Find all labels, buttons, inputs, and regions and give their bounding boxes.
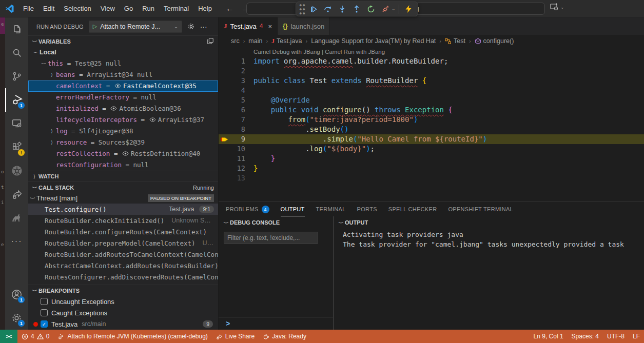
start-debug-icon[interactable]: ▷ xyxy=(93,23,97,30)
editor-gutter[interactable]: 7 xyxy=(219,115,245,125)
breakpoint-row[interactable]: ✓Test.javasrc/main9 xyxy=(28,318,218,330)
variable-row[interactable]: restConfiguration = null xyxy=(28,159,218,171)
tab-launch-json[interactable]: {}launch.json xyxy=(278,17,330,35)
panel-tab-openshift-terminal[interactable]: OPENSHIFT TERMINAL xyxy=(448,202,513,216)
activity-explorer[interactable] xyxy=(5,17,28,41)
step-out-button[interactable] xyxy=(350,3,363,15)
breadcrumb-item[interactable]: JTest.java xyxy=(271,37,302,45)
breakpoint-checkbox[interactable] xyxy=(41,309,48,316)
code-line[interactable]: 1import org.apache.camel.builder.RouteBu… xyxy=(219,56,644,66)
disconnect-button[interactable] xyxy=(379,3,392,15)
call-stack-section-header[interactable]: ⟩ CALL STACK Running xyxy=(28,181,218,193)
activity-camel[interactable] xyxy=(5,206,28,230)
restart-button[interactable] xyxy=(365,3,377,15)
activity-search[interactable] xyxy=(5,41,28,65)
step-over-button[interactable] xyxy=(322,3,334,15)
lazy-eval-eye-icon[interactable] xyxy=(110,105,117,112)
statusbar-debug-session[interactable]: Attach to Remote JVM (Kubernetes) (camel… xyxy=(53,330,211,343)
editor-gutter[interactable]: 9 xyxy=(219,134,245,144)
variable-row[interactable]: ⟩resource = Sources$2@39 xyxy=(28,137,218,148)
activity-remote-explorer[interactable] xyxy=(5,112,28,135)
output-header[interactable]: ⟩ OUTPUT xyxy=(334,216,644,229)
activity-extensions[interactable]: ! xyxy=(5,135,28,159)
code-line[interactable]: 3public class Test extends RouteBuilder … xyxy=(219,76,644,86)
breakpoint-row[interactable]: Uncaught Exceptions xyxy=(28,296,218,307)
panel-tab-spell-checker[interactable]: SPELL CHECKER xyxy=(388,202,437,216)
activity-live-share[interactable] xyxy=(5,183,28,206)
panel-tab-ports[interactable]: PORTS xyxy=(357,202,377,216)
code-line[interactable]: 6 public void configure() throws Excepti… xyxy=(219,105,644,115)
code-line[interactable]: 8 .setBody() xyxy=(219,125,644,134)
screencast-control[interactable]: ⌄ xyxy=(550,3,564,11)
code-line[interactable]: 2 xyxy=(219,66,644,76)
panel-tab-terminal[interactable]: TERMINAL xyxy=(316,202,346,216)
breakpoint-checkbox[interactable]: ✓ xyxy=(41,320,48,328)
lazy-eval-eye-icon[interactable] xyxy=(122,150,129,157)
activity-accounts[interactable]: 1 xyxy=(5,283,28,306)
launch-config-picker[interactable]: ▷ Attach to Remote J... ⌄ xyxy=(89,21,182,33)
variable-row[interactable]: ⟩beans = ArrayList@34 null xyxy=(28,69,218,80)
breakpoints-section-header[interactable]: ⟩ BREAKPOINTS xyxy=(28,285,218,296)
code-line[interactable]: 13 xyxy=(219,173,644,183)
activity-source-control[interactable] xyxy=(5,65,28,88)
breakpoint-checkbox[interactable] xyxy=(41,298,48,305)
editor-gutter[interactable]: 8 xyxy=(219,125,245,134)
statusbar-problems[interactable]: 40 xyxy=(17,330,53,343)
breadcrumb-item[interactable]: src xyxy=(231,37,240,45)
lazy-eval-eye-icon[interactable] xyxy=(149,116,156,123)
menu-file[interactable]: File xyxy=(18,0,38,17)
editor-gutter[interactable]: 6 xyxy=(219,105,245,115)
code-line[interactable]: 12} xyxy=(219,164,644,173)
stack-frame-row[interactable]: RoutesConfigurer.addDiscoveredRoutes(Cam… xyxy=(28,271,218,283)
debug-console-header[interactable]: ⟩ DEBUG CONSOLE xyxy=(219,216,333,229)
variable-row[interactable]: ⟩this = Test@25 null xyxy=(28,58,218,69)
variable-row[interactable]: initialized = AtomicBoolean@36 xyxy=(28,103,218,114)
activity-kubernetes[interactable] xyxy=(5,159,28,183)
code-line[interactable]: 9 .simple("Hello Camel from ${routeId}") xyxy=(219,134,644,144)
editor-gutter[interactable]: 11 xyxy=(219,154,245,164)
editor-gutter[interactable]: 4 xyxy=(219,86,245,95)
close-icon[interactable]: × xyxy=(268,23,272,30)
statusbar-indentation[interactable]: Spaces: 4 xyxy=(568,333,603,340)
breadcrumb[interactable]: src›main›JTest.java›Language Support for… xyxy=(219,35,644,47)
stack-frame-row[interactable]: RouteBuilder.addRoutesToCamelContext(Cam… xyxy=(28,249,218,260)
editor-gutter[interactable]: 2 xyxy=(219,66,245,76)
code-editor[interactable]: Camel Debug with JBang | Camel Run with … xyxy=(219,47,644,201)
activity-settings[interactable]: 1 xyxy=(5,306,28,330)
stack-frame-row[interactable]: AbstractCamelContext.addRoutes(RoutesBui… xyxy=(28,260,218,271)
breadcrumb-item[interactable]: Test xyxy=(445,37,465,45)
codelens-actions[interactable]: Camel Debug with JBang | Camel Run with … xyxy=(219,47,644,56)
nav-back-button[interactable]: ← xyxy=(226,4,234,13)
disconnect-dropdown-chevron-icon[interactable]: ⌄ xyxy=(392,6,396,11)
breakpoint-row[interactable]: Caught Exceptions xyxy=(28,307,218,318)
statusbar-eol[interactable]: LF xyxy=(629,333,644,340)
statusbar-java-status[interactable]: Java: Ready xyxy=(259,330,310,343)
debug-settings-gear-icon[interactable] xyxy=(187,23,195,30)
menu-edit[interactable]: Edit xyxy=(38,0,59,17)
menu-go[interactable]: Go xyxy=(120,0,138,17)
activity-run-and-debug[interactable]: 1 xyxy=(5,88,28,112)
variable-row[interactable]: ⟩log = Slf4jLogger@38 xyxy=(28,126,218,137)
variable-row[interactable]: lifecycleInterceptors = ArrayList@37 xyxy=(28,114,218,126)
step-into-button[interactable] xyxy=(336,3,348,15)
output-log[interactable]: Activating task providers javaThe task p… xyxy=(334,229,644,249)
stack-frame-row[interactable]: Test.configure()Test.java9:1 xyxy=(28,204,218,215)
menu-view[interactable]: View xyxy=(96,0,120,17)
continue-button[interactable] xyxy=(307,3,320,15)
menu-terminal[interactable]: Terminal xyxy=(159,0,193,17)
variable-row[interactable]: camelContext = FastCamelContext@35 xyxy=(28,80,218,92)
breadcrumb-item[interactable]: main xyxy=(248,37,262,45)
variable-scope-row[interactable]: ⟩Local xyxy=(28,47,218,58)
statusbar-cursor-position[interactable]: Ln 9, Col 1 xyxy=(530,333,568,340)
code-line[interactable]: 11 } xyxy=(219,154,644,164)
panel-tab-output[interactable]: OUTPUT xyxy=(281,202,305,216)
lazy-eval-eye-icon[interactable] xyxy=(114,83,121,89)
breadcrumb-item[interactable]: configure() xyxy=(475,37,514,45)
thread-row[interactable]: ⟩ Thread [main] PAUSED ON BREAKPOINT xyxy=(28,193,218,204)
code-line[interactable]: 7 from("timer:java?period=1000") xyxy=(219,115,644,125)
editor-gutter[interactable]: 12 xyxy=(219,164,245,173)
breadcrumb-item[interactable]: Language Support for Java(TM) by Red Hat xyxy=(311,37,436,45)
stack-frame-row[interactable]: RouteBuilder.checkInitialized()Unknown S… xyxy=(28,215,218,226)
debug-console-repl-prompt[interactable]: > xyxy=(219,317,333,330)
tab-test-java[interactable]: JTest.java4× xyxy=(219,17,278,35)
